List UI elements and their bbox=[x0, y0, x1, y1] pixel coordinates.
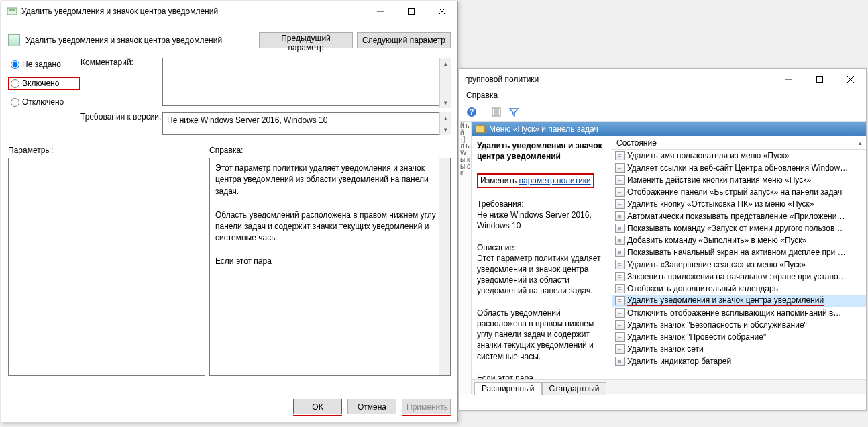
dialog-title: Удалить уведомления и значок центра увед… bbox=[21, 7, 365, 16]
list-item[interactable]: ≡Автоматически показывать представление … bbox=[612, 210, 866, 222]
toolbar-properties-icon[interactable] bbox=[488, 105, 504, 120]
radio-disabled[interactable]: Отключено bbox=[8, 95, 80, 109]
desc-title: Удалить уведомления и значок центра увед… bbox=[477, 141, 602, 161]
policy-item-label: Удалить уведомления и значок центра увед… bbox=[627, 295, 824, 306]
gpedit-toolbar: ? bbox=[459, 103, 866, 122]
list-item[interactable]: ≡Добавить команду «Выполнить» в меню «Пу… bbox=[612, 234, 866, 246]
gp-close-button[interactable] bbox=[835, 69, 866, 89]
version-label: Требования к версии: bbox=[80, 112, 162, 135]
list-item[interactable]: ≡Отобразить дополнительный календарь bbox=[612, 283, 866, 295]
change-link-wrapper: Изменить параметр политики bbox=[477, 173, 594, 188]
list-item[interactable]: ≡Изменить действие кнопки питания меню «… bbox=[612, 174, 866, 186]
policy-dialog: Удалить уведомления и значок центра увед… bbox=[1, 1, 458, 422]
policy-item-label: Удалить кнопку «Отстыковка ПК» из меню «… bbox=[627, 199, 814, 209]
list-item[interactable]: ≡Удалить кнопку «Отстыковка ПК» из меню … bbox=[612, 198, 866, 210]
policy-item-label: Удаляет ссылки на веб-сайт Центра обновл… bbox=[627, 163, 848, 173]
policy-item-label: Удалить индикатор батарей bbox=[627, 357, 731, 366]
list-item[interactable]: ≡Удаляет ссылки на веб-сайт Центра обнов… bbox=[612, 162, 866, 174]
gpedit-title: групповой политики bbox=[465, 75, 773, 84]
svg-rect-7 bbox=[817, 77, 823, 83]
column-state[interactable]: Состояние bbox=[616, 138, 657, 148]
policy-item-icon: ≡ bbox=[615, 224, 625, 233]
minimize-button[interactable] bbox=[365, 1, 396, 21]
list-item[interactable]: ≡Отображение панели «Быстрый запуск» на … bbox=[612, 186, 866, 198]
scroll-down-icon[interactable]: ▾ bbox=[440, 97, 451, 108]
toolbar-filter-icon[interactable] bbox=[506, 105, 522, 120]
scroll-up-icon[interactable]: ▴ bbox=[855, 140, 866, 146]
folder-icon bbox=[476, 125, 485, 133]
list-item[interactable]: ≡Удалить «Завершение сеанса» из меню «Пу… bbox=[612, 258, 866, 271]
list-item[interactable]: ≡Удалить имя пользователя из меню «Пуск» bbox=[612, 150, 866, 162]
list-item[interactable]: ≡Удалить индикатор батарей bbox=[612, 355, 866, 367]
help-scrollbar[interactable] bbox=[439, 158, 450, 375]
ok-button[interactable]: ОК bbox=[293, 399, 342, 414]
gpedit-titlebar[interactable]: групповой политики bbox=[459, 69, 866, 89]
version-box: Не ниже Windows Server 2016, Windows 10 bbox=[162, 112, 451, 135]
comment-textarea[interactable] bbox=[162, 58, 451, 106]
next-setting-button[interactable]: Следующий параметр bbox=[357, 32, 451, 48]
help-text: Этот параметр политики удаляет уведомлен… bbox=[215, 163, 438, 266]
policy-item-icon: ≡ bbox=[615, 175, 625, 185]
menu-help[interactable]: Справка bbox=[466, 91, 498, 100]
policy-item-icon: ≡ bbox=[615, 308, 625, 318]
policy-icon bbox=[7, 6, 17, 17]
list-item[interactable]: ≡Удалить значок "Безопасность и обслужив… bbox=[612, 319, 866, 331]
dialog-titlebar[interactable]: Удалить уведомления и значок центра увед… bbox=[1, 1, 457, 21]
gpedit-menubar[interactable]: Справка bbox=[459, 89, 866, 103]
policy-item-icon: ≡ bbox=[615, 272, 625, 281]
policy-item-label: Изменить действие кнопки питания меню «П… bbox=[627, 175, 811, 185]
radio-not-configured-input[interactable] bbox=[11, 60, 19, 69]
version-scrollbar[interactable]: ▴▾ bbox=[439, 112, 451, 135]
list-item[interactable]: ≡Показывать команду «Запуск от имени дру… bbox=[612, 222, 866, 234]
scroll-up-icon[interactable]: ▴ bbox=[440, 112, 451, 124]
svg-text:?: ? bbox=[469, 107, 474, 117]
list-header[interactable]: Состояние ▴ bbox=[612, 136, 866, 150]
tab-standard[interactable]: Стандартный bbox=[542, 382, 607, 395]
gp-maximize-button[interactable] bbox=[804, 69, 835, 89]
policy-item-icon: ≡ bbox=[615, 284, 625, 293]
change-policy-link[interactable]: параметр политики bbox=[519, 176, 590, 185]
radio-enabled[interactable]: Включено bbox=[8, 77, 80, 90]
toolbar-help-icon[interactable]: ? bbox=[464, 105, 480, 120]
svg-rect-0 bbox=[7, 8, 17, 15]
cancel-button[interactable]: Отмена bbox=[347, 399, 396, 414]
scroll-up-icon[interactable]: ▴ bbox=[440, 58, 451, 69]
policy-item-label: Удалить «Завершение сеанса» из меню «Пус… bbox=[627, 260, 806, 269]
list-item[interactable]: ≡Удалить уведомления и значок центра уве… bbox=[612, 295, 866, 307]
list-item[interactable]: ≡Показывать начальный экран на активном … bbox=[612, 246, 866, 258]
tab-extended[interactable]: Расширенный bbox=[474, 382, 542, 395]
close-button[interactable] bbox=[427, 1, 457, 21]
toolbar-separator bbox=[484, 106, 484, 118]
list-item[interactable]: ≡Удалить значок "Провести собрание" bbox=[612, 331, 866, 343]
svg-rect-3 bbox=[409, 8, 415, 14]
comment-scrollbar[interactable]: ▴▾ bbox=[439, 58, 451, 108]
policy-item-icon: ≡ bbox=[615, 163, 625, 173]
list-item[interactable]: ≡Удалить значок сети bbox=[612, 343, 866, 355]
radio-enabled-input[interactable] bbox=[11, 79, 19, 88]
apply-button[interactable]: Применить bbox=[402, 399, 451, 414]
prev-setting-button[interactable]: Предыдущий параметр bbox=[259, 32, 353, 48]
policy-big-icon bbox=[8, 34, 20, 46]
policy-item-label: Отключить отображение всплывающих напоми… bbox=[627, 308, 841, 318]
radio-not-configured[interactable]: Не задано bbox=[8, 58, 80, 71]
radio-disabled-label: Отключено bbox=[22, 97, 64, 107]
policy-item-icon: ≡ bbox=[615, 296, 625, 305]
list-item[interactable]: ≡Закрепить приложения на начальном экран… bbox=[612, 271, 866, 283]
dialog-heading: Удалить уведомления и значок центра увед… bbox=[25, 36, 255, 45]
policy-list[interactable]: Состояние ▴ ≡Удалить имя пользователя из… bbox=[612, 136, 866, 379]
policy-item-icon: ≡ bbox=[615, 344, 625, 354]
policy-item-label: Добавить команду «Выполнить» в меню «Пус… bbox=[627, 236, 806, 245]
gp-minimize-button[interactable] bbox=[773, 69, 804, 89]
view-tabs: Расширенный Стандартный bbox=[472, 379, 866, 394]
scroll-down-icon[interactable]: ▾ bbox=[440, 124, 451, 135]
list-item[interactable]: ≡Отключить отображение всплывающих напом… bbox=[612, 307, 866, 319]
policy-item-icon: ≡ bbox=[615, 199, 625, 209]
description-pane: Удалить уведомления и значок центра увед… bbox=[472, 136, 612, 379]
policy-item-label: Закрепить приложения на начальном экране… bbox=[627, 272, 847, 281]
policy-item-icon: ≡ bbox=[615, 151, 625, 160]
radio-disabled-input[interactable] bbox=[11, 98, 19, 107]
maximize-button[interactable] bbox=[396, 1, 427, 21]
svg-rect-1 bbox=[9, 9, 15, 11]
breadcrumb[interactable]: Меню «Пуск» и панель задач bbox=[472, 122, 866, 136]
breadcrumb-label: Меню «Пуск» и панель задач bbox=[489, 124, 598, 134]
